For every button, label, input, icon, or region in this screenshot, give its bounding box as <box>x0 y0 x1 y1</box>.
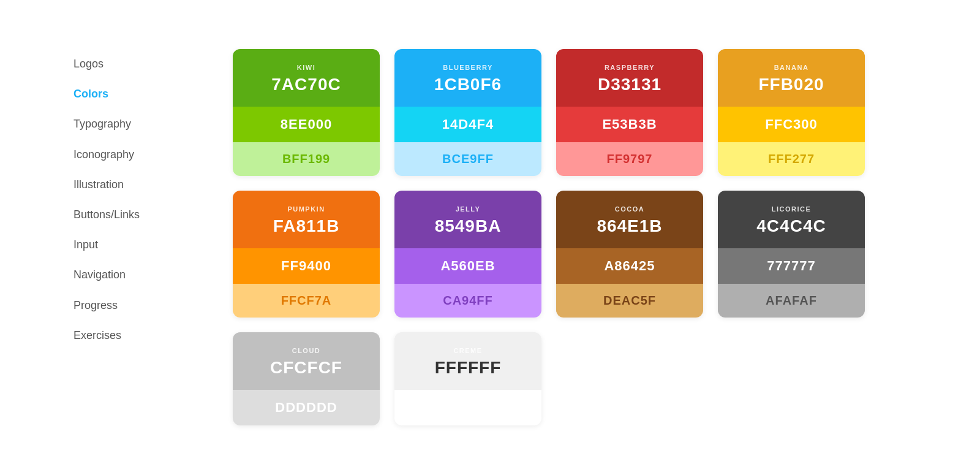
sidebar-item-logos[interactable]: Logos <box>74 49 184 79</box>
sidebar-item-exercises[interactable]: Exercises <box>74 321 184 351</box>
color-card-kiwi: KIWI7AC70C8EE000BFF199 <box>233 49 380 176</box>
sidebar-item-iconography[interactable]: Iconography <box>74 140 184 170</box>
color-hex-mid: 14D4F4 <box>442 116 494 132</box>
color-row-2: CLOUDCFCFCFDDDDDDCREMEFFFFFF <box>233 332 956 425</box>
color-hex-bot: BCE9FF <box>442 152 494 166</box>
color-hex-mid: E53B3B <box>602 116 657 132</box>
color-hex-mid: A86425 <box>604 258 655 274</box>
color-name-label: COCOA <box>615 205 644 213</box>
color-name-label: PUMPKIN <box>287 205 325 213</box>
color-hex-main: 7AC70C <box>271 75 341 94</box>
color-hex-main: CFCFCF <box>270 358 342 378</box>
sidebar-item-typography[interactable]: Typography <box>74 109 184 139</box>
color-hex-main: FA811B <box>273 216 340 236</box>
color-hex-mid: FFC300 <box>765 116 817 132</box>
color-hex-main: 1CB0F6 <box>434 75 502 94</box>
color-hex-mid: A560EB <box>440 258 495 274</box>
color-hex-main: 864E1B <box>597 216 662 236</box>
color-card-pumpkin: PUMPKINFA811BFF9400FFCF7A <box>233 191 380 318</box>
color-name-label: BLUEBERRY <box>443 64 493 71</box>
color-row-1: PUMPKINFA811BFF9400FFCF7AJELLY8549BAA560… <box>233 191 956 318</box>
color-name-label: KIWI <box>297 64 315 71</box>
color-hex-mid: 777777 <box>767 258 815 274</box>
color-card-jelly: JELLY8549BAA560EBCA94FF <box>394 191 541 318</box>
color-hex-bot: AFAFAF <box>766 294 817 308</box>
color-card-blueberry: BLUEBERRY1CB0F614D4F4BCE9FF <box>394 49 541 176</box>
color-hex-bot: FFCF7A <box>281 294 332 308</box>
sidebar-item-colors[interactable]: Colors <box>74 79 184 109</box>
color-card-cloud: CLOUDCFCFCFDDDDDD <box>233 332 380 425</box>
color-hex-main: 8549BA <box>435 216 502 236</box>
color-name-label: RASPBERRY <box>605 64 655 71</box>
color-hex-bot: DEAC5F <box>603 294 656 308</box>
color-hex-main: 4C4C4C <box>756 216 826 236</box>
color-name-label: BANANA <box>774 64 809 71</box>
color-hex-mid: FF9400 <box>281 258 331 274</box>
color-hex-bot: CA94FF <box>443 294 493 308</box>
color-hex-bot: FF9797 <box>607 152 653 166</box>
color-hex-mid: DDDDDD <box>275 400 337 416</box>
color-hex-main: D33131 <box>598 75 662 94</box>
color-name-label: CLOUD <box>292 347 321 354</box>
color-grid: KIWI7AC70C8EE000BFF199BLUEBERRY1CB0F614D… <box>233 49 956 425</box>
color-name-label: CREME <box>453 347 482 354</box>
sidebar-item-progress[interactable]: Progress <box>74 291 184 321</box>
color-hex-bot: BFF199 <box>282 152 330 166</box>
color-card-licorice: LICORICE4C4C4C777777AFAFAF <box>718 191 865 318</box>
color-hex-mid: 8EE000 <box>281 116 332 132</box>
color-name-label: LICORICE <box>772 205 812 213</box>
color-name-label: JELLY <box>456 205 481 213</box>
color-hex-main: FFFFFF <box>435 358 502 378</box>
main-content: KIWI7AC70C8EE000BFF199BLUEBERRY1CB0F614D… <box>208 0 980 472</box>
sidebar-item-illustration[interactable]: Illustration <box>74 170 184 200</box>
sidebar: LogosColorsTypographyIconographyIllustra… <box>0 0 208 472</box>
sidebar-item-input[interactable]: Input <box>74 230 184 260</box>
color-card-creme: CREMEFFFFFF <box>394 332 541 425</box>
color-hex-main: FFB020 <box>758 75 824 94</box>
color-card-cocoa: COCOA864E1BA86425DEAC5F <box>556 191 703 318</box>
sidebar-item-buttons-links[interactable]: Buttons/Links <box>74 200 184 230</box>
color-hex-bot: FFF277 <box>768 152 815 166</box>
sidebar-item-navigation[interactable]: Navigation <box>74 260 184 290</box>
color-card-banana: BANANAFFB020FFC300FFF277 <box>718 49 865 176</box>
color-row-0: KIWI7AC70C8EE000BFF199BLUEBERRY1CB0F614D… <box>233 49 956 176</box>
color-card-raspberry: RASPBERRYD33131E53B3BFF9797 <box>556 49 703 176</box>
